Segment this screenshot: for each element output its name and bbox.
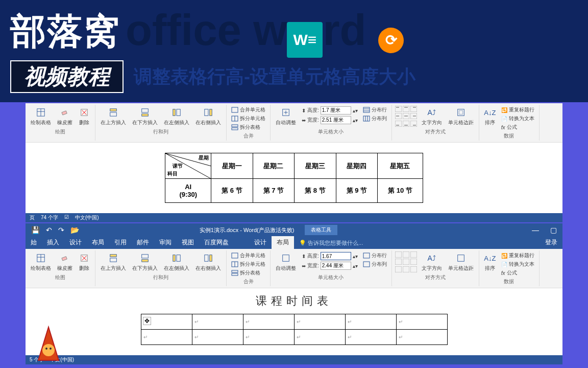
width-input[interactable] — [321, 262, 351, 270]
table-cell[interactable]: ↵ — [345, 314, 396, 330]
insert-below-button[interactable]: 在下方插入 — [130, 251, 160, 273]
delete-button[interactable]: 删除 — [77, 106, 92, 127]
distribute-rows-button[interactable]: 分布行 — [361, 251, 388, 260]
table-cell[interactable]: 第 7 节 — [253, 179, 294, 203]
table-cell[interactable]: ↵ — [294, 330, 345, 345]
draw-table-button[interactable]: 绘制表格 — [29, 106, 53, 127]
repeat-header-button[interactable]: 🔁重复标题行 — [500, 251, 536, 260]
table-cell[interactable]: 星期一 — [211, 153, 253, 179]
tab-baidu[interactable]: 百度网盘 — [199, 236, 234, 249]
table-cell[interactable]: ↵ — [345, 330, 396, 345]
sort-button[interactable]: A↓Z排序 — [482, 106, 498, 131]
undo-icon[interactable]: ↶ — [43, 226, 55, 234]
text-direction-button[interactable]: A⤴文字方向 — [420, 106, 444, 127]
empty-schedule-table[interactable]: ↵↵↵↵↵↵ ↵↵↵↵↵↵ — [141, 314, 448, 345]
insert-above-button[interactable]: 在上方插入 — [99, 106, 128, 127]
insert-left-button[interactable]: 在左侧插入 — [162, 106, 191, 127]
table-cell[interactable]: ↵ — [294, 314, 345, 330]
tab-layout[interactable]: 布局 — [87, 236, 109, 249]
insert-right-button[interactable]: 在右侧插入 — [193, 106, 223, 127]
status-page[interactable]: 页 — [30, 214, 35, 221]
alignment-grid[interactable] — [395, 106, 418, 127]
spinner-icon[interactable]: ▴▾ — [353, 263, 358, 269]
tab-design[interactable]: 设计 — [64, 236, 87, 249]
height-input[interactable] — [321, 106, 351, 114]
repeat-header-button[interactable]: 🔁重复标题行 — [500, 106, 536, 114]
tab-context-layout[interactable]: 布局 — [272, 236, 294, 249]
split-table-button[interactable]: 拆分表格 — [230, 269, 267, 277]
merge-cells-button[interactable]: 合并单元格 — [230, 251, 267, 260]
sort-button[interactable]: A↓Z排序 — [482, 251, 498, 277]
delete-button[interactable]: 删除 — [77, 251, 92, 273]
status-words[interactable]: 74 个字 — [41, 214, 58, 221]
tab-insert[interactable]: 插入 — [42, 236, 64, 249]
tab-reference[interactable]: 引用 — [109, 236, 132, 249]
save-icon[interactable]: 💾 — [28, 226, 43, 234]
insert-right-button[interactable]: 在右侧插入 — [193, 251, 223, 273]
table-cell[interactable]: 星期三 — [295, 153, 336, 179]
redo-icon[interactable]: ↷ — [55, 226, 67, 234]
draw-table-button[interactable]: 绘制表格 — [29, 251, 53, 273]
tab-mail[interactable]: 邮件 — [132, 236, 154, 249]
tab-context-design[interactable]: 设计 — [249, 236, 272, 249]
document-title[interactable]: 课程时间表 — [56, 293, 532, 309]
table-cell[interactable]: 星期五 — [378, 153, 423, 179]
eraser-button[interactable]: 橡皮擦 — [55, 251, 75, 273]
minimize-icon[interactable]: — — [529, 226, 542, 234]
text-direction-button[interactable]: A⤴文字方向 — [420, 251, 444, 273]
course-schedule-table[interactable]: 星期 课节 科目 星期一 星期二 星期三 星期四 星期五 AI (9:30) 第… — [165, 153, 423, 203]
tab-start[interactable]: 始 — [26, 236, 42, 249]
table-cell[interactable]: AI (9:30) — [165, 179, 211, 203]
cell-margins-button[interactable]: 单元格边距 — [446, 251, 476, 273]
table-cell[interactable]: ↵ — [396, 314, 447, 330]
distribute-cols-button[interactable]: 分布列 — [361, 260, 388, 268]
cell-margins-button[interactable]: 单元格边距 — [446, 106, 476, 127]
width-input[interactable] — [321, 116, 351, 124]
autofit-button[interactable]: 自动调整 — [274, 106, 298, 127]
table-cell[interactable]: ↵ — [243, 314, 294, 330]
split-cells-button[interactable]: 拆分单元格 — [230, 260, 267, 268]
split-cells-button[interactable]: 拆分单元格 — [230, 114, 267, 123]
insert-below-button[interactable]: 在下方插入 — [130, 106, 160, 127]
table-cell[interactable]: 第 10 节 — [378, 179, 423, 203]
document-area-upper[interactable]: 星期 课节 科目 星期一 星期二 星期三 星期四 星期五 AI (9:30) 第… — [26, 143, 562, 213]
table-cell[interactable]: 第 6 节 — [211, 179, 253, 203]
distribute-cols-button[interactable]: 分布列 — [361, 114, 388, 123]
table-cell[interactable]: 星期四 — [336, 153, 377, 179]
table-cell[interactable]: ↵ — [141, 330, 192, 345]
maximize-icon[interactable]: ▢ — [547, 226, 560, 234]
autofit-button[interactable]: 自动调整 — [274, 251, 298, 273]
document-area-lower[interactable]: 课程时间表 ✥ ↵↵↵↵↵↵ ↵↵↵↵↵↵ — [26, 288, 562, 355]
spinner-icon[interactable]: ▴▾ — [353, 118, 358, 123]
tell-me-box[interactable]: 💡 告诉我您想要做什么... — [294, 237, 368, 249]
convert-text-button[interactable]: 📄转换为文本 — [500, 114, 536, 123]
insert-above-button[interactable]: 在上方插入 — [99, 251, 128, 273]
eraser-button[interactable]: 橡皮擦 — [55, 106, 75, 127]
table-anchor-icon[interactable]: ✥ — [143, 317, 151, 325]
table-cell[interactable]: ↵ — [192, 330, 243, 345]
formula-button[interactable]: fx公式 — [500, 123, 536, 131]
split-table-button[interactable]: 拆分表格 — [230, 123, 267, 131]
table-cell[interactable]: ↵ — [243, 330, 294, 345]
open-icon[interactable]: 📂 — [67, 226, 82, 234]
tab-review[interactable]: 审阅 — [154, 236, 177, 249]
table-cell[interactable]: ↵ — [192, 314, 243, 330]
distribute-rows-button[interactable]: 分布行 — [361, 106, 388, 114]
tab-view[interactable]: 视图 — [177, 236, 199, 249]
height-input-active[interactable] — [321, 252, 351, 260]
spinner-icon[interactable]: ▴▾ — [353, 254, 358, 259]
status-lang[interactable]: 中文(中国) — [75, 214, 99, 221]
login-button[interactable]: 登录 — [540, 236, 562, 249]
formula-button[interactable]: fx公式 — [500, 269, 536, 277]
table-cell[interactable]: 星期二 — [253, 153, 294, 179]
table-row: ↵↵↵↵↵↵ — [141, 330, 447, 345]
convert-text-button[interactable]: 📄转换为文本 — [500, 260, 536, 268]
table-cell[interactable]: 第 9 节 — [336, 179, 377, 203]
alignment-grid[interactable] — [395, 251, 418, 273]
diagonal-header-cell[interactable]: 星期 课节 科目 — [165, 153, 211, 179]
spinner-icon[interactable]: ▴▾ — [353, 108, 358, 113]
insert-left-button[interactable]: 在左侧插入 — [162, 251, 191, 273]
merge-cells-button[interactable]: 合并单元格 — [230, 106, 267, 114]
table-cell[interactable]: 第 8 节 — [295, 179, 336, 203]
table-cell[interactable]: ↵ — [396, 330, 447, 345]
